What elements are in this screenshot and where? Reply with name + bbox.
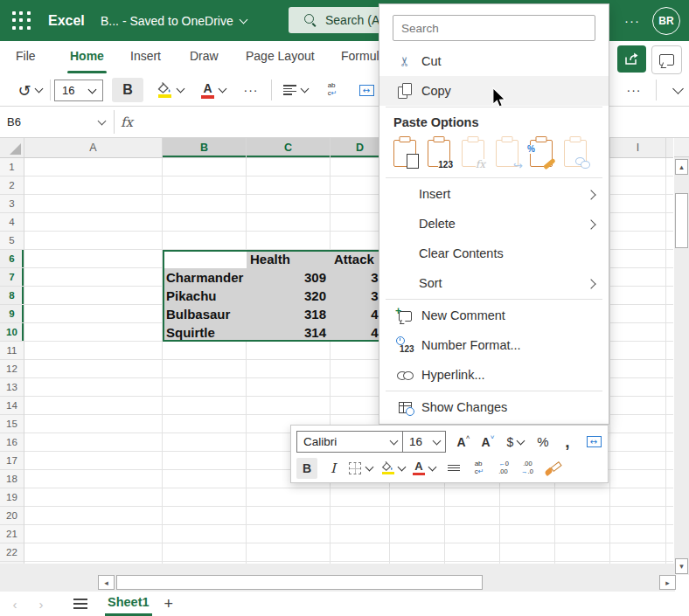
row-header-12[interactable]: 12 [0, 360, 24, 378]
vertical-scroll-thumb[interactable] [675, 193, 688, 248]
row-header-19[interactable]: 19 [0, 488, 24, 507]
name-box[interactable]: B6 [0, 107, 114, 137]
menu-item-sort[interactable]: Sort [379, 268, 609, 298]
tab-home[interactable]: Home [70, 41, 104, 71]
increase-decimal-button[interactable]: .00→.0 [518, 458, 536, 479]
menu-item-new-comment[interactable]: +New Comment [379, 301, 609, 330]
context-menu-search-input[interactable] [393, 15, 595, 41]
mini-fill-color-button[interactable] [381, 458, 405, 479]
fill-color-button[interactable] [150, 78, 191, 102]
undo-button[interactable]: ↺ [12, 78, 47, 102]
row-header-20[interactable]: 20 [0, 507, 24, 525]
borders-button[interactable] [349, 458, 372, 479]
comma-format-button[interactable]: , [559, 432, 576, 453]
row-header-18[interactable]: 18 [0, 470, 24, 488]
align-icon [448, 463, 460, 473]
select-all-corner[interactable] [0, 138, 24, 157]
menu-item-hyperlink[interactable]: Hyperlink... [379, 360, 609, 390]
collapse-ribbon-button[interactable] [666, 78, 689, 102]
scroll-right-button[interactable]: ▸ [659, 575, 676, 590]
percent-format-button[interactable]: % [534, 432, 552, 453]
mini-wrap-text-button[interactable]: abc↵ [470, 458, 488, 479]
document-title[interactable]: B... - Saved to OneDrive [101, 0, 247, 41]
font-color-button[interactable]: A [194, 78, 233, 102]
increase-font-size-button[interactable]: A˄︎ [455, 432, 472, 453]
align-button[interactable] [278, 78, 313, 102]
currency-format-button[interactable]: $ [505, 432, 525, 453]
wrap-text-button[interactable]: abc↵ [318, 78, 346, 102]
chevron-down-icon [428, 462, 437, 471]
tab-file[interactable]: File [16, 41, 36, 71]
horizontal-scroll-thumb[interactable] [116, 575, 483, 590]
mini-align-button[interactable] [445, 458, 463, 479]
paste-values-button[interactable]: 123 [428, 137, 450, 167]
bold-button[interactable]: B [112, 78, 143, 102]
row-header-3[interactable]: 3 [0, 195, 24, 213]
row-header-13[interactable]: 13 [0, 378, 24, 397]
undo-icon: ↺ [17, 81, 31, 100]
menu-item-cut[interactable]: ✂Cut [379, 46, 609, 76]
row-header-2[interactable]: 2 [0, 176, 24, 195]
mini-bold-button[interactable]: B [296, 458, 317, 479]
app-launcher-waffle-icon[interactable] [11, 10, 32, 31]
paste-button[interactable] [393, 137, 416, 167]
decrease-font-size-button[interactable]: A˅︎ [479, 432, 497, 453]
tab-insert[interactable]: Insert [130, 41, 161, 71]
row-header-22[interactable]: 22 [0, 543, 24, 562]
row-header-11[interactable]: 11 [0, 342, 24, 360]
row-header-5[interactable]: 5 [0, 232, 24, 250]
sheet-tab-sheet1[interactable]: Sheet1 [105, 592, 152, 616]
scroll-up-button[interactable]: ▴ [675, 159, 688, 175]
menu-item-number-format[interactable]: 123Number Format... [379, 330, 609, 360]
paste-formatting-button[interactable]: % [530, 137, 553, 167]
row-header-17[interactable]: 17 [0, 452, 24, 470]
avatar[interactable]: BR [652, 7, 680, 35]
tab-page-layout[interactable]: Page Layout [246, 41, 315, 71]
decrease-decimal-button[interactable]: ←0.00 [495, 458, 512, 479]
menu-item-insert[interactable]: Insert [379, 179, 609, 209]
merge-cells-button[interactable]: ↔ [353, 78, 379, 102]
mini-font-name-select[interactable]: Calibri [297, 435, 391, 448]
row-header-14[interactable]: 14 [0, 397, 24, 415]
mini-merge-button[interactable]: ↔ [585, 432, 602, 453]
row-header-16[interactable]: 16 [0, 433, 24, 452]
menu-item-delete[interactable]: Delete [379, 209, 609, 239]
column-header-C[interactable]: C [247, 138, 331, 157]
add-sheet-button[interactable]: + [164, 595, 174, 613]
row-header-7[interactable]: 7 [0, 268, 24, 287]
row-header-10[interactable]: 10 [0, 323, 24, 342]
column-header-I[interactable]: I [610, 138, 666, 157]
topbar-more-button[interactable]: ··· [617, 0, 647, 41]
scroll-down-button[interactable]: ▾ [675, 558, 688, 574]
merge-cells-icon: ↔ [359, 85, 374, 96]
mini-font-color-button[interactable]: A [413, 458, 435, 479]
menu-item-copy[interactable]: Copy [379, 76, 609, 106]
prev-sheet-button[interactable]: ‹ [7, 597, 23, 612]
scroll-left-button[interactable]: ◂ [98, 575, 115, 590]
mini-font-size-select[interactable]: 16 [403, 435, 434, 448]
row-header-9[interactable]: 9 [0, 305, 24, 323]
row-header-15[interactable]: 15 [0, 415, 24, 433]
share-button[interactable] [617, 45, 646, 73]
row-header-4[interactable]: 4 [0, 213, 24, 232]
row-header-8[interactable]: 8 [0, 287, 24, 305]
insert-function-button[interactable]: fx [121, 107, 133, 137]
row-header-21[interactable]: 21 [0, 525, 24, 543]
column-header-B[interactable]: B [163, 138, 247, 157]
next-sheet-button[interactable]: › [33, 597, 49, 612]
more-formatting-button[interactable]: ··· [236, 78, 266, 102]
comments-button[interactable] [651, 45, 682, 74]
menu-item-clear-contents[interactable]: Clear Contents [379, 239, 609, 268]
all-sheets-menu-button[interactable] [73, 596, 87, 612]
column-header-A[interactable]: A [24, 138, 163, 157]
ribbon-overflow-button[interactable]: ··· [619, 78, 649, 102]
menu-item-label: Copy [421, 84, 451, 98]
menu-item-show-changes[interactable]: Show Changes [379, 392, 609, 422]
format-painter-button[interactable] [543, 458, 560, 479]
tab-draw[interactable]: Draw [190, 41, 219, 71]
mini-italic-button[interactable]: I [324, 458, 342, 479]
show-changes-icon [399, 402, 412, 413]
row-header-6[interactable]: 6 [0, 250, 24, 268]
row-header-1[interactable]: 1 [0, 158, 24, 176]
font-size-select[interactable]: 16 [54, 80, 103, 101]
